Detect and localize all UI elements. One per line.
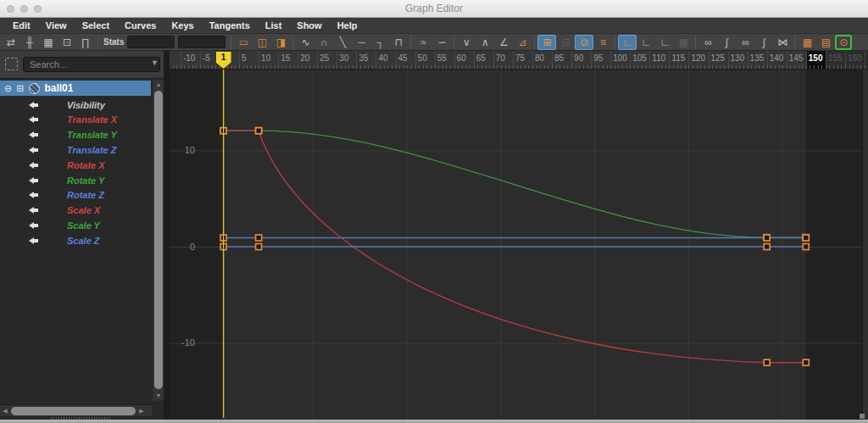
toolbar-separator <box>97 36 98 49</box>
open-spreadsheet-icon[interactable]: ▦ <box>798 35 816 50</box>
keyframe[interactable] <box>256 128 262 134</box>
panel-divider[interactable] <box>164 51 170 420</box>
menu-edit[interactable]: Edit <box>5 18 38 34</box>
collapse-icon[interactable]: ⊖ <box>4 83 12 94</box>
unify-tangents-icon[interactable]: ∧ <box>476 35 494 50</box>
retime-tool-icon[interactable]: ∏ <box>76 35 95 50</box>
keyed-channel-icon[interactable] <box>29 131 39 138</box>
frame-tick <box>411 65 412 69</box>
channel-row-scale-x[interactable]: Scale X <box>0 203 151 218</box>
free-tangent-weight-icon[interactable]: ∠ <box>494 35 513 50</box>
keyed-channel-icon[interactable] <box>29 162 39 169</box>
keyed-channel-icon[interactable] <box>29 207 39 214</box>
stacked-view-icon[interactable]: ◫ <box>253 35 271 50</box>
scroll-left-icon[interactable]: ◀ <box>0 405 10 417</box>
lock-tangent-weight-icon[interactable]: ⊿ <box>513 35 531 50</box>
keyframe[interactable] <box>764 244 770 250</box>
post-infinity-cycle-offset-icon[interactable]: ∫ <box>754 35 773 50</box>
channel-row-scale-y[interactable]: Scale Y <box>0 218 151 232</box>
frame-tick <box>212 65 213 69</box>
keyed-channel-icon[interactable] <box>29 147 39 153</box>
keyed-channel-icon[interactable] <box>29 222 39 229</box>
keyframe[interactable] <box>256 244 262 250</box>
keyed-channel-icon[interactable] <box>29 177 39 184</box>
current-time-marker[interactable]: 1 <box>216 52 231 69</box>
break-tangents-icon[interactable]: ∨ <box>457 35 476 50</box>
menu-help[interactable]: Help <box>330 18 365 34</box>
filter-icon[interactable] <box>5 58 18 70</box>
frame-tick <box>720 65 721 69</box>
keyframe[interactable] <box>256 235 262 241</box>
time-snap-icon[interactable]: ⊙ <box>575 35 593 50</box>
horizontal-scrollbar-thumb[interactable] <box>11 407 136 415</box>
pre-infinity-cycle-icon[interactable]: ∞ <box>698 35 717 50</box>
normalized-view-icon[interactable]: ◨ <box>271 35 290 50</box>
scroll-right-icon[interactable]: ▶ <box>136 405 147 417</box>
channel-row-translate-x[interactable]: Translate X <box>0 113 151 127</box>
load-graph-editor-icon[interactable]: ⊟ <box>556 35 575 50</box>
menu-view[interactable]: View <box>38 18 75 34</box>
menu-keys[interactable]: Keys <box>164 18 201 34</box>
title-bar[interactable]: Graph Editor <box>0 0 868 18</box>
channel-row-scale-z[interactable]: Scale Z <box>0 233 151 248</box>
keyframe[interactable] <box>803 244 809 250</box>
renormalize-curves-icon[interactable]: ∟ <box>655 35 674 50</box>
channel-row-rotate-y[interactable]: Rotate Y <box>0 173 151 187</box>
keyframe[interactable] <box>803 359 809 365</box>
curve-view[interactable]: 100-10 <box>170 70 862 420</box>
linear-tangents-icon[interactable]: ╲ <box>333 35 352 50</box>
menu-curves[interactable]: Curves <box>117 18 164 34</box>
graph-vertical-scrollbar[interactable] <box>862 70 868 420</box>
insert-keys-tool-icon[interactable]: ╫ <box>20 35 39 50</box>
region-select-keys-tool-icon[interactable]: ⊡ <box>58 35 76 50</box>
menu-tangents[interactable]: Tangents <box>202 18 258 34</box>
keyed-channel-icon[interactable] <box>29 192 39 198</box>
clamped-tangents-icon[interactable]: ∩ <box>314 35 333 50</box>
keyframe[interactable] <box>764 235 770 241</box>
open-dope-sheet-icon[interactable]: ▤ <box>816 35 835 50</box>
keyed-channel-icon[interactable] <box>29 237 39 244</box>
frame-tick <box>247 65 248 69</box>
lattice-deform-keys-tool-icon[interactable]: ▦ <box>39 35 58 50</box>
keyframe[interactable] <box>764 359 770 365</box>
vertical-scrollbar-thumb[interactable] <box>154 91 163 389</box>
insert-key-toggle-icon[interactable]: ⋈ <box>773 35 792 50</box>
channel-row-visibility[interactable]: Visibility <box>0 97 151 112</box>
stats-value-field[interactable] <box>178 36 225 48</box>
absolute-view-icon[interactable]: ▭ <box>234 35 253 50</box>
flat-tangents-icon[interactable]: ─ <box>352 35 370 50</box>
step-tangents-icon[interactable]: ┐ <box>370 35 389 50</box>
time-ruler[interactable]: -10-551015202530354045505560657075808590… <box>170 51 868 70</box>
keyed-channel-icon[interactable] <box>29 102 39 109</box>
menu-list[interactable]: List <box>258 18 290 34</box>
channel-row-rotate-z[interactable]: Rotate Z <box>0 188 151 203</box>
pre-infinity-cycle-offset-icon[interactable]: ∫ <box>717 35 736 50</box>
expand-icon[interactable]: ⊞ <box>16 83 24 94</box>
auto-load-graph-editor-icon[interactable]: ⊞ <box>537 35 556 50</box>
stats-time-field[interactable] <box>127 36 175 48</box>
menu-select[interactable]: Select <box>75 18 117 34</box>
keyframe[interactable] <box>803 235 809 241</box>
keyed-channel-icon[interactable] <box>29 116 39 123</box>
menu-show[interactable]: Show <box>289 18 329 34</box>
scroll-up-icon[interactable]: ▲ <box>153 80 164 90</box>
channel-row-translate-z[interactable]: Translate Z <box>0 142 151 157</box>
spline-tangents-icon[interactable]: ∿ <box>296 35 314 50</box>
plateau-tangents-icon[interactable]: ⊓ <box>389 35 408 50</box>
channel-row-translate-y[interactable]: Translate Y <box>0 128 151 142</box>
move-nearest-picked-key-tool-icon[interactable]: ⇄ <box>2 35 20 50</box>
open-time-editor-icon[interactable]: ⊙ <box>835 35 852 50</box>
search-input[interactable]: Search... <box>23 57 160 72</box>
normalized-curve-display-off-icon[interactable]: ∟ <box>637 35 655 50</box>
normalized-curve-display-on-icon[interactable]: ∟ <box>618 35 637 50</box>
post-infinity-cycle-icon[interactable]: ∞ <box>736 35 754 50</box>
buffer-curve-snapshot-icon[interactable]: ≈ <box>414 35 432 50</box>
channel-row-rotate-x[interactable]: Rotate X <box>0 158 151 172</box>
scroll-down-icon[interactable]: ▼ <box>153 391 164 401</box>
value-snap-icon[interactable]: ≡ <box>593 35 612 50</box>
frame-tick <box>333 65 334 69</box>
outliner-node-ball01[interactable]: ⊖ ⊞ ball01 <box>0 81 151 96</box>
pin-channel-icon[interactable]: ▩ <box>674 35 693 50</box>
window-resize-grip[interactable] <box>860 414 865 419</box>
swap-buffer-curve-icon[interactable]: ∽ <box>432 35 451 50</box>
